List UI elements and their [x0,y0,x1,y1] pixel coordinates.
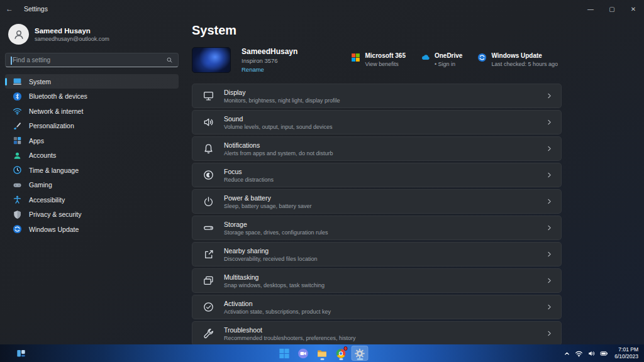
taskbar-clock[interactable]: 7:01 PM 6/10/2023 [614,346,638,360]
sidebar: Sameed Husayn sameedhusayn@outlook.com S… [0,18,184,344]
volume-icon[interactable] [587,349,596,358]
back-button[interactable]: ← [0,0,19,18]
user-email: sameedhusayn@outlook.com [35,36,109,42]
sidebar-item-gaming[interactable]: Gaming [5,178,179,192]
taskbar-chat-button[interactable] [295,346,312,361]
wifi-icon[interactable] [575,349,583,358]
settings-card-multitasking[interactable]: Multitasking Snap windows, desktops, tas… [192,268,562,293]
maximize-button[interactable]: ▢ [601,0,623,18]
open-app-indicator [357,358,363,360]
sidebar-item-network-internet[interactable]: Network & internet [5,104,179,118]
settings-card-troubleshoot[interactable]: Troubleshoot Recommended troubleshooters… [192,321,562,344]
taskbar-chrome-button[interactable] [333,346,350,361]
personalization-icon [13,121,22,131]
sidebar-item-accounts[interactable]: Accounts [5,148,179,163]
windows-update-icon [13,224,22,234]
display-icon [203,90,214,102]
multitasking-icon [203,275,214,287]
chevron-right-icon [546,198,553,205]
accounts-icon [13,151,22,160]
onedrive-icon [421,53,430,62]
settings-card-nearby-sharing[interactable]: Nearby sharing Discoverability, received… [192,242,562,266]
battery-icon[interactable] [600,349,608,358]
search-icon [166,57,173,63]
chevron-right-icon [546,224,553,231]
sidebar-item-windows-update[interactable]: Windows Update [5,222,179,236]
notifications-icon [203,143,214,155]
start-icon [279,348,290,359]
status-item-microsoft-365[interactable]: Microsoft 365 View benefits [351,52,405,67]
apps-icon [13,136,22,145]
user-name: Sameed Husayn [35,27,109,35]
notification-badge [343,346,348,351]
text-caret [11,57,12,65]
taskbar: 7:01 PM 6/10/2023 [0,344,644,362]
user-profile[interactable]: Sameed Husayn sameedhusayn@outlook.com [0,18,184,45]
minimize-button[interactable]: — [580,0,601,18]
sidebar-item-apps[interactable]: Apps [5,133,179,148]
chevron-right-icon [546,92,553,99]
focus-icon [203,169,214,181]
sidebar-nav: System Bluetooth & devices Network & int… [0,74,184,236]
taskbar-settings-button[interactable] [352,346,369,361]
windows-update-icon [477,53,487,62]
system-tray: 7:01 PM 6/10/2023 [564,344,644,362]
taskbar-file-explorer-button[interactable] [314,346,331,361]
device-header: SameedHusayn Inspiron 3576 Rename Micros… [192,46,562,74]
sidebar-item-system[interactable]: System [5,74,179,89]
settings-card-display[interactable]: Display Monitors, brightness, night ligh… [192,84,562,108]
tray-time: 7:01 PM [614,346,638,353]
widgets-icon [16,349,26,358]
status-item-windows-update[interactable]: Windows Update Last checked: 5 hours ago [477,52,558,67]
settings-card-activation[interactable]: Activation Activation state, subscriptio… [192,295,562,319]
power-icon [203,195,214,207]
settings-window: ← Settings — ▢ ✕ Sameed Husayn sameedhus… [0,0,644,344]
sidebar-item-personalization[interactable]: Personalization [5,119,179,133]
status-item-onedrive[interactable]: OneDrive • Sign in [421,52,462,67]
bluetooth-icon [13,92,22,101]
close-button[interactable]: ✕ [623,0,644,18]
settings-list: Display Monitors, brightness, night ligh… [192,84,562,344]
search-box[interactable] [5,53,179,67]
open-app-indicator [320,358,324,360]
widgets-button[interactable] [15,348,26,359]
sidebar-item-accessibility[interactable]: Accessibility [5,192,179,207]
settings-card-notifications[interactable]: Notifications Alerts from apps and syste… [192,136,562,161]
nearby-sharing-icon [203,248,214,260]
titlebar: ← Settings — ▢ ✕ [0,0,644,18]
device-name: SameedHusayn [242,47,297,56]
chevron-right-icon [546,172,553,178]
main-content: System SameedHusayn Inspiron 3576 Rename… [192,18,562,344]
sidebar-item-bluetooth-devices[interactable]: Bluetooth & devices [5,89,179,104]
settings-card-power-battery[interactable]: Power & battery Sleep, battery usage, ba… [192,189,562,214]
chevron-right-icon [546,277,553,284]
taskbar-pinned-apps [276,344,369,362]
sound-icon [203,116,214,128]
chevron-up-icon[interactable] [564,350,570,357]
chevron-right-icon [546,251,553,258]
avatar [8,24,29,45]
troubleshoot-icon [203,327,214,339]
tray-date: 6/10/2023 [614,353,638,360]
sidebar-item-time-language[interactable]: Time & language [5,163,179,177]
settings-icon [355,348,365,359]
activation-icon [203,301,214,313]
tray-icons [564,349,608,358]
settings-card-storage[interactable]: Storage Storage space, drives, configura… [192,216,562,240]
page-title: System [192,23,562,38]
settings-card-sound[interactable]: Sound Volume levels, output, input, soun… [192,110,562,134]
window-controls: — ▢ ✕ [580,0,644,18]
open-app-indicator [339,358,343,360]
device-thumbnail [192,47,231,73]
settings-card-focus[interactable]: Focus Reduce distractions [192,163,562,187]
chat-icon [298,348,309,359]
taskbar-start-button[interactable] [276,346,293,361]
chevron-right-icon [546,330,553,337]
microsoft-365-icon [351,53,360,62]
file-explorer-icon [317,348,328,359]
app-title: Settings [24,5,48,13]
storage-icon [203,222,214,234]
sidebar-item-privacy-security[interactable]: Privacy & security [5,207,179,222]
search-input[interactable] [11,57,166,63]
rename-link[interactable]: Rename [242,66,297,73]
